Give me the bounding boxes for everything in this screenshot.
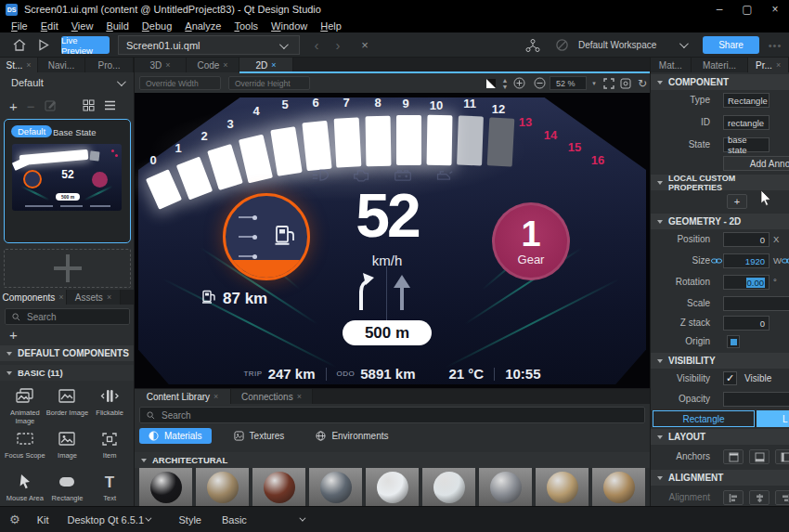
subtab-layout[interactable]: L [757, 410, 789, 427]
state-thumbnail[interactable]: 52 500 m [12, 144, 122, 211]
style-selector[interactable]: Basic [216, 514, 309, 526]
type-field[interactable]: Rectangle [723, 93, 770, 108]
more-options-icon[interactable]: ••• [767, 37, 783, 53]
material-tile-0[interactable] [139, 468, 192, 507]
link-icon-2[interactable] [782, 256, 789, 267]
position-x-field[interactable]: 0 [723, 232, 770, 247]
material-tile-2[interactable] [252, 468, 305, 507]
close-button[interactable]: × [761, 0, 789, 19]
canvas-color-stepper-icon[interactable]: ▲▼ [498, 76, 512, 90]
menu-view[interactable]: View [65, 20, 100, 32]
section-geometry-2d[interactable]: GEOMETRY - 2D [651, 214, 789, 229]
tab-assets[interactable]: Assets× [67, 290, 121, 305]
reset-view-icon[interactable]: ↻ [635, 76, 650, 90]
content-library-search-input[interactable]: Search [139, 407, 645, 423]
home-icon[interactable] [11, 37, 28, 53]
tab-code[interactable]: Code× [187, 58, 239, 72]
component-item-text[interactable]: TText [88, 470, 131, 506]
workspace-selector[interactable]: Default Workspace [573, 36, 692, 54]
tab-states[interactable]: St...× [0, 58, 38, 72]
filter-textures[interactable]: Textures [225, 428, 294, 444]
section-layout[interactable]: LAYOUT [651, 429, 789, 445]
anchor-left-icon[interactable] [775, 449, 789, 464]
tab-components[interactable]: Components× [0, 290, 67, 305]
zoom-out-icon[interactable] [532, 76, 547, 90]
anchor-bottom-icon[interactable] [749, 449, 770, 464]
zoom-dropdown-icon[interactable]: ▾ [587, 76, 601, 90]
origin-button[interactable] [727, 335, 740, 348]
menu-build[interactable]: Build [99, 20, 135, 32]
menu-window[interactable]: Window [265, 20, 314, 32]
anchor-top-icon[interactable] [723, 449, 744, 464]
share-button[interactable]: Share [703, 36, 759, 54]
section-architectural[interactable]: ARCHITECTURAL [135, 452, 650, 468]
override-height-input[interactable]: Override Height [228, 76, 310, 90]
state-card-base-state[interactable]: Default Base State 52 500 m [4, 119, 131, 243]
list-view-icon[interactable] [104, 100, 116, 112]
menu-analyze[interactable]: Analyze [178, 20, 227, 32]
section-default-components[interactable]: DEFAULT COMPONENTS [0, 345, 134, 361]
scale-field[interactable] [723, 296, 789, 311]
zoom-selection-icon[interactable] [618, 76, 633, 90]
material-tile-4[interactable] [366, 468, 419, 507]
back-icon[interactable]: ‹ [308, 37, 325, 53]
state-field[interactable]: base state [723, 137, 770, 152]
filter-materials[interactable]: Materials [139, 428, 212, 444]
tab-material-browser[interactable]: Mat... [651, 58, 692, 72]
section-local-custom-properties[interactable]: LOCAL CUSTOM PROPERTIES [651, 175, 789, 190]
z-stack-field[interactable]: 0 [723, 316, 770, 331]
add-module-icon[interactable]: + [9, 327, 18, 343]
kit-selector[interactable]: Desktop Qt 6.5.1 [62, 514, 155, 526]
add-annotation-button[interactable]: Add Annot [723, 156, 789, 171]
tab-material-editor[interactable]: Materi... [692, 58, 749, 72]
state-group-selector[interactable]: Default [0, 72, 135, 93]
component-item-border-image[interactable]: Border Image [46, 384, 89, 426]
material-tile-3[interactable] [309, 468, 362, 507]
component-item-mouse-area[interactable]: Mouse Area [4, 470, 46, 506]
component-item-flickable[interactable]: Flickable [88, 384, 131, 426]
open-file-selector[interactable]: Screen01.ui.qml [118, 35, 300, 55]
fit-to-screen-icon[interactable] [601, 76, 616, 90]
forward-icon[interactable]: › [330, 37, 346, 53]
component-item-rectangle[interactable]: Rectangle [46, 470, 89, 506]
tab-properties[interactable]: Pr...× [748, 58, 789, 72]
component-item-image[interactable]: Image [46, 427, 89, 469]
override-width-input[interactable]: Override Width [139, 76, 221, 90]
tab-projects[interactable]: Pro... [85, 58, 134, 72]
add-custom-property-button[interactable]: + [727, 194, 747, 209]
live-preview-button[interactable]: Live Preview [61, 36, 110, 54]
section-alignment[interactable]: ALIGNMENT [651, 470, 789, 486]
menu-edit[interactable]: Edit [34, 20, 65, 32]
maximize-button[interactable]: ▢ [733, 0, 761, 19]
menu-help[interactable]: Help [314, 20, 348, 32]
menu-file[interactable]: File [5, 20, 34, 32]
material-tile-6[interactable] [479, 468, 532, 507]
tab-content-library[interactable]: Content Library× [135, 389, 231, 404]
tab-2d[interactable]: 2D× [239, 58, 293, 72]
close-document-icon[interactable]: × [356, 37, 373, 53]
design-canvas[interactable]: 52 km/h 1 Gear [135, 93, 650, 388]
component-item-item[interactable]: Item [88, 427, 131, 469]
menu-debug[interactable]: Debug [136, 20, 178, 32]
state-default-badge[interactable]: Default [11, 125, 52, 137]
node-graph-icon[interactable] [524, 37, 541, 53]
filter-environments[interactable]: Environments [306, 428, 397, 444]
material-tile-1[interactable] [196, 468, 249, 507]
link-icon[interactable] [711, 256, 722, 267]
section-component[interactable]: COMPONENT [651, 74, 789, 90]
id-field[interactable]: rectangle [723, 115, 770, 130]
grid-view-icon[interactable] [83, 99, 95, 113]
align-center-icon[interactable] [749, 490, 770, 505]
canvas-color-icon[interactable] [484, 76, 498, 90]
state-drop-zone[interactable] [4, 249, 131, 288]
section-visibility[interactable]: VISIBILITY [651, 353, 789, 369]
subtab-rectangle[interactable]: Rectangle [653, 410, 755, 427]
size-w-field[interactable]: 1920 [723, 253, 770, 268]
material-tile-7[interactable] [536, 468, 589, 507]
zoom-level-value[interactable]: 52 % [550, 76, 587, 90]
minimize-button[interactable]: – [705, 0, 733, 19]
opacity-field[interactable] [723, 392, 789, 407]
run-icon[interactable] [35, 37, 52, 53]
component-item-focus-scope[interactable]: Focus Scope [4, 427, 46, 469]
component-item-animated-image[interactable]: Animated Image [4, 384, 46, 426]
